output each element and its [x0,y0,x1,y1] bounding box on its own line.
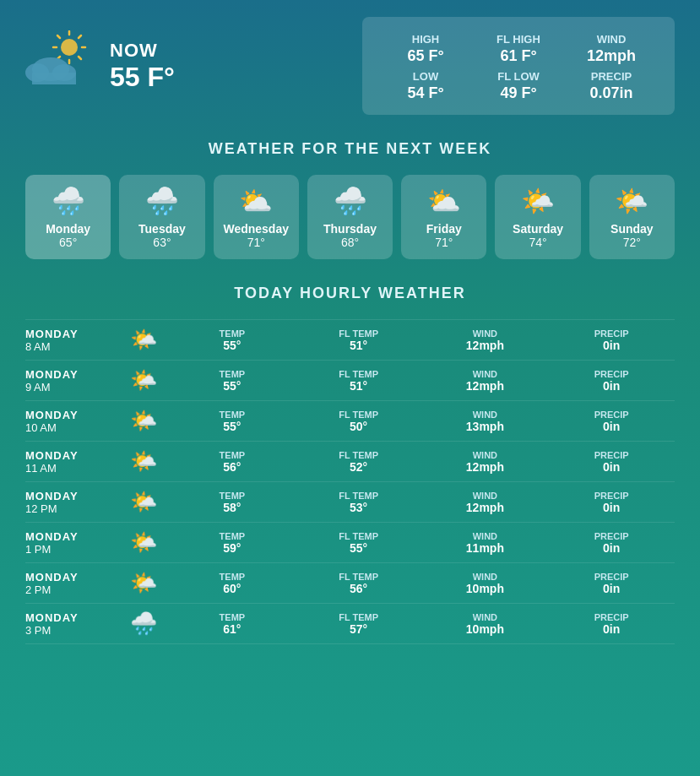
day-card-friday[interactable]: ⛅ Friday 71° [401,175,486,259]
day-icon-thursday: 🌧️ [316,185,384,217]
hourly-fl-temp-3: FL TEMP 52° [296,450,422,474]
hourly-row: MONDAY 3 PM 🌧️ TEMP 61° FL TEMP 57° WIND… [25,603,675,644]
hourly-icon-7: 🌧️ [118,610,169,637]
hourly-precip-5: PRECIP 0in [548,531,675,555]
hourly-day-name-7: MONDAY [25,611,118,624]
hourly-icon-3: 🌤️ [118,448,169,475]
hourly-precip-7: PRECIP 0in [548,612,675,636]
hourly-row: MONDAY 10 AM 🌤️ TEMP 55° FL TEMP 50° WIN… [25,400,675,441]
day-card-monday[interactable]: 🌧️ Monday 65° [25,175,111,259]
hourly-day-name-4: MONDAY [25,490,118,502]
hourly-icon-2: 🌤️ [118,408,169,434]
wind-label: WIND [569,30,654,46]
hourly-fl-temp-2: FL TEMP 50° [296,410,422,433]
week-cards: 🌧️ Monday 65° 🌧️ Tuesday 63° ⛅ Wednesday… [25,175,675,259]
day-card-saturday[interactable]: 🌤️ Saturday 74° [495,175,580,259]
hourly-day-name-3: MONDAY [25,449,118,462]
hourly-fl-temp-4: FL TEMP 53° [296,491,422,514]
hourly-wind-6: WIND 10mph [422,572,549,595]
hourly-row: MONDAY 2 PM 🌤️ TEMP 60° FL TEMP 56° WIND… [25,562,675,603]
hourly-icon-4: 🌤️ [118,489,169,515]
hourly-temp-7: TEMP 61° [169,612,296,636]
now-section: NOW 55 F° [25,30,362,101]
svg-line-5 [57,35,60,38]
day-card-sunday[interactable]: 🌤️ Sunday 72° [589,175,675,259]
hourly-day-name-6: MONDAY [25,571,118,583]
day-name-wednesday: Wednesday [222,222,290,236]
now-label: NOW [110,40,175,62]
day-temp-thursday: 68° [316,236,384,249]
fl-low-value: 49 F° [476,84,561,102]
hourly-time-4: 12 PM [25,502,118,515]
day-card-wednesday[interactable]: ⛅ Wednesday 71° [214,175,299,259]
hourly-wind-2: WIND 13mph [422,410,549,433]
hourly-temp-3: TEMP 56° [169,450,296,474]
day-card-tuesday[interactable]: 🌧️ Tuesday 63° [119,175,204,259]
day-name-monday: Monday [34,222,102,236]
day-card-thursday[interactable]: 🌧️ Thursday 68° [307,175,393,259]
hourly-precip-2: PRECIP 0in [548,410,675,433]
day-icon-wednesday: ⛅ [222,185,290,217]
hourly-time-0: 8 AM [25,340,118,353]
hourly-fl-temp-5: FL TEMP 55° [296,531,422,555]
hourly-day-5: MONDAY 1 PM [25,530,118,556]
hourly-fl-temp-0: FL TEMP 51° [296,328,422,352]
hourly-wind-7: WIND 10mph [422,612,549,636]
header: NOW 55 F° HIGH FL HIGH WIND 65 F° 61 F° … [0,0,700,123]
hourly-icon-0: 🌤️ [118,327,169,353]
hourly-day-7: MONDAY 3 PM [25,611,118,637]
day-temp-sunday: 72° [598,236,666,249]
hourly-time-7: 3 PM [25,624,118,637]
svg-rect-15 [32,73,76,84]
hourly-rows: MONDAY 8 AM 🌤️ TEMP 55° FL TEMP 51° WIND… [25,319,675,644]
day-name-saturday: Saturday [503,222,572,236]
hourly-temp-2: TEMP 55° [169,410,296,433]
hourly-day-name-1: MONDAY [25,368,118,381]
day-temp-monday: 65° [34,236,102,249]
hourly-day-name-5: MONDAY [25,530,118,543]
day-icon-sunday: 🌤️ [598,185,666,217]
fl-high-value: 61 F° [476,47,561,65]
precip-value: 0.07in [569,84,654,102]
hourly-wind-3: WIND 12mph [422,450,549,474]
day-temp-saturday: 74° [503,236,572,249]
hourly-wind-4: WIND 12mph [422,491,549,514]
hourly-row: MONDAY 12 PM 🌤️ TEMP 58° FL TEMP 53° WIN… [25,481,675,522]
hourly-wind-1: WIND 12mph [422,369,549,393]
high-value: 65 F° [383,47,468,65]
day-name-tuesday: Tuesday [128,222,196,236]
hourly-title: TODAY HOURLY WEATHER [25,285,675,302]
day-temp-wednesday: 71° [222,236,290,249]
hourly-day-name-2: MONDAY [25,409,118,421]
day-name-sunday: Sunday [598,222,666,236]
hourly-temp-6: TEMP 60° [169,572,296,595]
hourly-day-6: MONDAY 2 PM [25,571,118,596]
hourly-day-1: MONDAY 9 AM [25,368,118,393]
hourly-precip-4: PRECIP 0in [548,491,675,514]
day-icon-saturday: 🌤️ [503,185,572,217]
hourly-icon-5: 🌤️ [118,529,169,556]
day-temp-tuesday: 63° [128,236,196,249]
now-text: NOW 55 F° [110,40,175,93]
hourly-time-6: 2 PM [25,583,118,596]
hourly-day-0: MONDAY 8 AM [25,328,118,353]
hourly-precip-3: PRECIP 0in [548,450,675,474]
stats-box: HIGH FL HIGH WIND 65 F° 61 F° 12mph LOW … [362,17,675,115]
hourly-fl-temp-7: FL TEMP 57° [296,612,422,636]
day-icon-friday: ⛅ [410,185,478,217]
hourly-precip-6: PRECIP 0in [548,572,675,595]
day-temp-friday: 71° [410,236,478,249]
hourly-day-2: MONDAY 10 AM [25,409,118,434]
hourly-temp-5: TEMP 59° [169,531,296,555]
precip-label: PRECIP [569,67,654,83]
hourly-row: MONDAY 11 AM 🌤️ TEMP 56° FL TEMP 52° WIN… [25,441,675,481]
hourly-temp-1: TEMP 55° [169,369,296,393]
hourly-row: MONDAY 1 PM 🌤️ TEMP 59° FL TEMP 55° WIND… [25,522,675,562]
svg-point-0 [61,39,78,56]
day-icon-monday: 🌧️ [34,185,102,217]
hourly-time-1: 9 AM [25,381,118,393]
hourly-precip-0: PRECIP 0in [548,328,675,352]
hourly-time-3: 11 AM [25,462,118,475]
hourly-temp-0: TEMP 55° [169,328,296,352]
hourly-day-name-0: MONDAY [25,328,118,340]
